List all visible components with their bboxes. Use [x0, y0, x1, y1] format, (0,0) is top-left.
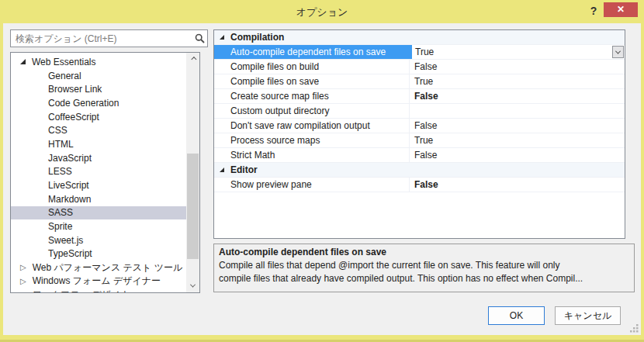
property-value[interactable]: False: [410, 60, 625, 74]
expander-expanded-icon[interactable]: [20, 59, 26, 64]
tree-item-html[interactable]: HTML: [11, 137, 186, 151]
resize-grip-icon[interactable]: [629, 323, 639, 333]
expander-collapsed-icon[interactable]: ▷: [20, 292, 26, 292]
property-grid[interactable]: CompilationAuto-compile dependent files …: [213, 29, 625, 239]
search-icon[interactable]: [192, 30, 207, 47]
grid-row-process-source-maps[interactable]: Process source mapsTrue: [214, 133, 625, 148]
property-name: Strict Math: [214, 148, 410, 162]
tree-item-general[interactable]: General: [11, 69, 186, 83]
description-body-line: Compile all files that depend @import th…: [219, 259, 629, 272]
tree-item-label: TypeScript: [47, 248, 92, 259]
dialog-title: オプション: [0, 5, 644, 19]
tree-item-less[interactable]: LESS: [11, 165, 186, 179]
grid-row-auto-compile-dependent-files-on-save[interactable]: Auto-compile dependent files on saveTrue: [214, 45, 625, 60]
description-title: Auto-compile dependent files on save: [219, 247, 629, 257]
description-panel: Auto-compile dependent files on save Com…: [213, 244, 635, 292]
property-name: Don't save raw compilation output: [214, 119, 410, 133]
tree-item-label: Markdown: [47, 194, 91, 205]
tree-item-sweet-js[interactable]: Sweet.js: [11, 233, 186, 247]
chevron-down-icon: [615, 48, 621, 54]
property-name: Create source map files: [214, 89, 410, 103]
dropdown-button[interactable]: [612, 46, 624, 58]
tree-item-label: Sweet.js: [47, 235, 83, 246]
grid-row-compile-files-on-build[interactable]: Compile files on buildFalse: [214, 60, 625, 74]
scroll-down-icon[interactable]: [186, 279, 199, 292]
property-name: Compile files on save: [214, 74, 410, 88]
property-value[interactable]: True: [410, 45, 625, 59]
search-input[interactable]: [11, 30, 192, 47]
property-value[interactable]: False: [410, 148, 625, 162]
tree-item-javascript[interactable]: JavaScript: [11, 151, 186, 165]
grid-row-show-preview-pane[interactable]: Show preview paneFalse: [214, 178, 625, 192]
tree-item-label: Code Generation: [47, 98, 119, 109]
tree-item-row-17[interactable]: ▷ワークフロー デザイナー: [11, 288, 186, 292]
tree-item-typescript[interactable]: TypeScript: [11, 247, 186, 261]
tree-item-label: LESS: [47, 166, 72, 177]
property-value[interactable]: True: [410, 74, 625, 88]
tree-item-label: Web パフォーマンス テスト ツール: [31, 261, 183, 275]
expander-collapsed-icon[interactable]: ▷: [20, 264, 26, 271]
tree-item-label: Browser Link: [47, 84, 102, 95]
grid-category-label: Compilation: [224, 32, 284, 43]
tree-item-label: LiveScript: [47, 180, 89, 191]
grid-row-strict-math[interactable]: Strict MathFalse: [214, 148, 625, 163]
tree-item-web[interactable]: ▷Web パフォーマンス テスト ツール: [11, 261, 186, 275]
property-value[interactable]: False: [410, 89, 625, 103]
tree-item-css[interactable]: CSS: [11, 123, 186, 137]
grid-row-create-source-map-files[interactable]: Create source map filesFalse: [214, 89, 625, 104]
grid-row-compile-files-on-save[interactable]: Compile files on saveTrue: [214, 74, 625, 89]
property-value[interactable]: [410, 104, 625, 118]
tree-item-label: JavaScript: [47, 153, 92, 164]
tree-item-label: Web Essentials: [30, 57, 95, 67]
grid-category-editor[interactable]: Editor: [214, 163, 625, 178]
property-value[interactable]: True: [410, 133, 625, 147]
tree-item-sass[interactable]: SASS: [11, 206, 186, 220]
tree-item-label: CoffeeScript: [47, 112, 99, 123]
description-body-line: compile files that already have compiled…: [219, 272, 629, 285]
options-dialog-window: オプション ? ✕ Web EssentialsGeneralBrowser L…: [0, 0, 644, 342]
tree-item-sprite[interactable]: Sprite: [11, 219, 186, 233]
property-value[interactable]: False: [410, 119, 625, 133]
tree-item-label: General: [47, 71, 81, 81]
property-name: Auto-compile dependent files on save: [214, 45, 410, 59]
tree-item-web-essentials[interactable]: Web Essentials: [11, 55, 186, 69]
tree-item-livescript[interactable]: LiveScript: [11, 178, 186, 192]
expander-collapsed-icon[interactable]: ▷: [20, 278, 26, 285]
property-name: Compile files on build: [214, 60, 410, 74]
tree-item-label: Sprite: [47, 221, 72, 232]
close-button[interactable]: ✕: [604, 2, 638, 17]
tree-item-label: CSS: [47, 125, 68, 136]
tree-item-coffeescript[interactable]: CoffeeScript: [11, 110, 186, 124]
tree-items: Web EssentialsGeneralBrowser LinkCode Ge…: [11, 55, 186, 292]
options-tree[interactable]: Web EssentialsGeneralBrowser LinkCode Ge…: [10, 52, 200, 293]
tree-item-browser-link[interactable]: Browser Link: [11, 82, 186, 96]
tree-item-label: Windows フォーム デザイナー: [31, 275, 161, 288]
property-name: Show preview pane: [214, 178, 410, 192]
tree-item-label: ワークフロー デザイナー: [31, 288, 140, 292]
dialog-body: Web EssentialsGeneralBrowser LinkCode Ge…: [3, 23, 641, 335]
tree-item-markdown[interactable]: Markdown: [11, 192, 186, 206]
tree-item-code-generation[interactable]: Code Generation: [11, 96, 186, 110]
ok-button[interactable]: OK: [488, 306, 545, 325]
help-button[interactable]: ?: [587, 4, 601, 18]
tree-item-label: SASS: [47, 207, 73, 218]
tree-item-label: HTML: [47, 139, 74, 150]
grid-row-don-t-save-raw-compilation-output[interactable]: Don't save raw compilation outputFalse: [214, 119, 625, 133]
property-name: Process source maps: [214, 133, 410, 147]
tree-item-windows[interactable]: ▷Windows フォーム デザイナー: [11, 275, 186, 288]
property-value[interactable]: False: [410, 178, 625, 192]
titlebar[interactable]: オプション ? ✕: [0, 0, 644, 23]
search-box[interactable]: [10, 29, 208, 47]
cancel-button[interactable]: キャンセル: [555, 306, 621, 325]
grid-row-custom-output-directory[interactable]: Custom output directory: [214, 104, 625, 119]
scroll-up-icon[interactable]: [186, 53, 199, 66]
grid-category-compilation[interactable]: Compilation: [214, 30, 625, 45]
scrollbar-thumb[interactable]: [187, 154, 199, 259]
tree-scrollbar[interactable]: [186, 53, 199, 292]
grid-category-label: Editor: [224, 164, 258, 175]
property-name: Custom output directory: [214, 104, 410, 118]
